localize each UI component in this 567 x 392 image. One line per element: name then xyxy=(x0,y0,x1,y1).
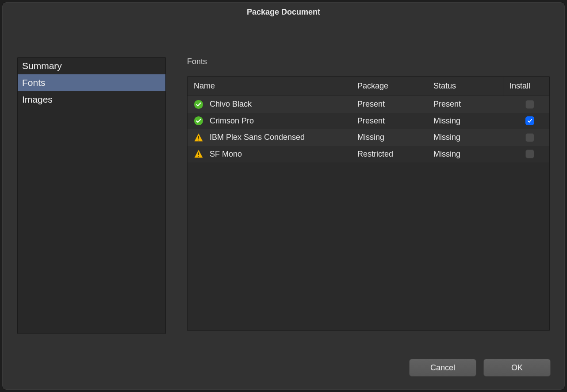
font-name: Chivo Black xyxy=(210,100,252,109)
install-checkbox[interactable] xyxy=(525,133,534,142)
sidebar-item-label: Summary xyxy=(22,61,62,71)
table-body: Chivo Black Present Present xyxy=(188,96,549,331)
cell-package: Present xyxy=(351,113,427,130)
main-panel: Fonts Name Package Status Install Chivo xyxy=(187,57,550,353)
column-header-install[interactable]: Install xyxy=(503,77,549,96)
sidebar: Summary Fonts Images xyxy=(17,57,166,334)
cell-status: Missing xyxy=(427,146,503,163)
font-name: IBM Plex Sans Condensed xyxy=(210,133,305,142)
checkmark-circle-icon xyxy=(194,100,203,109)
cell-status: Missing xyxy=(427,129,503,146)
install-checkbox[interactable] xyxy=(525,150,534,158)
fonts-table: Name Package Status Install Chivo Black … xyxy=(187,76,550,331)
sidebar-item-label: Fonts xyxy=(22,77,46,88)
package-document-dialog: Package Document Summary Fonts Images Fo… xyxy=(2,2,565,390)
warning-triangle-icon xyxy=(194,133,203,142)
column-header-status[interactable]: Status xyxy=(427,77,503,96)
section-heading: Fonts xyxy=(187,57,550,66)
table-row[interactable]: Crimson Pro Present Missing xyxy=(188,113,549,130)
warning-triangle-icon xyxy=(194,149,203,159)
cell-package: Present xyxy=(351,96,427,113)
column-header-package[interactable]: Package xyxy=(351,77,427,96)
dialog-footer: Cancel OK xyxy=(2,353,565,390)
font-name: SF Mono xyxy=(210,150,242,159)
svg-rect-5 xyxy=(198,156,199,157)
table-row[interactable]: IBM Plex Sans Condensed Missing Missing xyxy=(188,129,549,146)
table-row[interactable]: Chivo Black Present Present xyxy=(188,96,549,113)
cell-status: Present xyxy=(427,96,503,113)
svg-rect-2 xyxy=(198,136,199,138)
svg-rect-3 xyxy=(198,139,199,140)
sidebar-item-summary[interactable]: Summary xyxy=(18,58,165,74)
cell-package: Missing xyxy=(351,129,427,146)
table-header: Name Package Status Install xyxy=(188,77,549,96)
dialog-title: Package Document xyxy=(2,2,565,22)
sidebar-item-fonts[interactable]: Fonts xyxy=(18,74,165,91)
dialog-body: Summary Fonts Images Fonts Name Package … xyxy=(2,22,565,353)
cancel-button[interactable]: Cancel xyxy=(409,359,476,377)
column-header-name[interactable]: Name xyxy=(188,77,351,96)
sidebar-item-images[interactable]: Images xyxy=(18,91,165,108)
table-row[interactable]: SF Mono Restricted Missing xyxy=(188,146,549,163)
checkmark-circle-icon xyxy=(194,116,203,126)
install-checkbox[interactable] xyxy=(525,100,534,109)
sidebar-item-label: Images xyxy=(22,94,53,105)
font-name: Crimson Pro xyxy=(210,116,254,126)
cell-package: Restricted xyxy=(351,146,427,163)
svg-rect-4 xyxy=(198,153,199,155)
cell-status: Missing xyxy=(427,113,503,130)
ok-button[interactable]: OK xyxy=(483,359,551,377)
install-checkbox[interactable] xyxy=(525,116,534,125)
